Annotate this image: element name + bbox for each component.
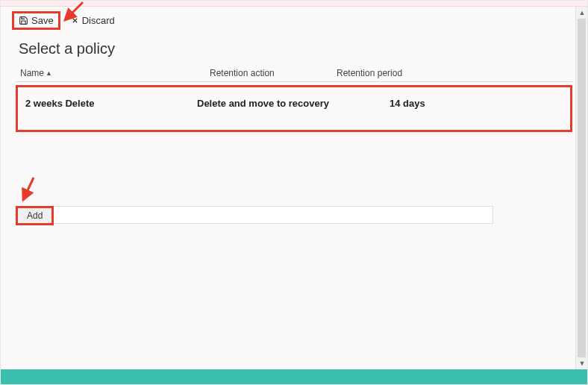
column-retention-period[interactable]: Retention period bbox=[337, 68, 434, 78]
cell-name: 2 weeks Delete bbox=[18, 98, 197, 109]
table-header: Name ▲ Retention action Retention period bbox=[16, 65, 572, 82]
svg-line-3 bbox=[23, 178, 34, 200]
column-retention-action[interactable]: Retention action bbox=[210, 68, 337, 78]
top-strip bbox=[1, 1, 587, 7]
save-button[interactable]: Save bbox=[12, 11, 60, 30]
cell-period: 14 days bbox=[369, 98, 443, 109]
add-area: Add bbox=[16, 206, 493, 225]
column-name[interactable]: Name ▲ bbox=[16, 68, 210, 78]
toolbar: Save Discard bbox=[1, 7, 587, 34]
save-icon bbox=[19, 16, 28, 25]
column-name-label: Name bbox=[20, 68, 44, 78]
add-button[interactable]: Add bbox=[16, 206, 54, 225]
close-icon bbox=[71, 16, 79, 25]
annotation-arrow-add bbox=[14, 175, 44, 204]
add-input[interactable] bbox=[54, 206, 493, 224]
scroll-thumb[interactable] bbox=[578, 19, 586, 357]
discard-label: Discard bbox=[82, 15, 115, 26]
save-label: Save bbox=[31, 15, 54, 26]
sort-ascending-icon: ▲ bbox=[46, 69, 52, 77]
vertical-scrollbar[interactable]: ▲ ▼ bbox=[575, 7, 587, 369]
discard-button[interactable]: Discard bbox=[66, 13, 119, 28]
page-title: Select a policy bbox=[1, 34, 587, 65]
scroll-up-icon[interactable]: ▲ bbox=[576, 7, 588, 19]
cell-action: Delete and move to recovery bbox=[197, 98, 369, 109]
footer-bar bbox=[1, 369, 587, 384]
scroll-down-icon[interactable]: ▼ bbox=[576, 357, 588, 369]
policy-table: Name ▲ Retention action Retention period… bbox=[16, 65, 572, 132]
table-row[interactable]: 2 weeks Delete Delete and move to recove… bbox=[16, 85, 572, 132]
